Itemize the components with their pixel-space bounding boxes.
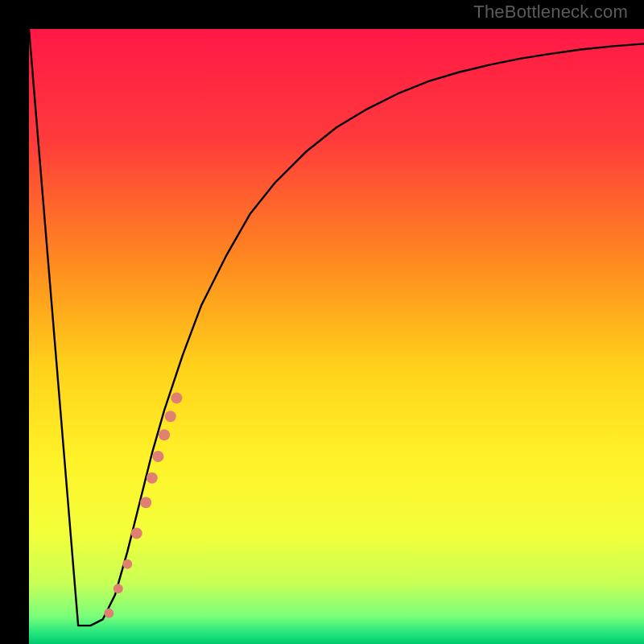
data-point-marker (159, 429, 170, 440)
chart-frame (0, 0, 644, 644)
watermark-text: TheBottleneck.com (473, 2, 628, 23)
data-point-marker (131, 527, 142, 539)
data-point-marker (171, 392, 182, 403)
data-point-marker (147, 473, 158, 484)
data-point-marker (165, 411, 176, 422)
data-point-marker (104, 609, 114, 618)
data-point-marker (140, 497, 151, 508)
data-point-marker (152, 451, 163, 462)
data-point-marker (122, 559, 132, 569)
data-point-marker (114, 584, 123, 593)
bottleneck-chart (29, 29, 644, 644)
heat-gradient-background (29, 29, 644, 644)
